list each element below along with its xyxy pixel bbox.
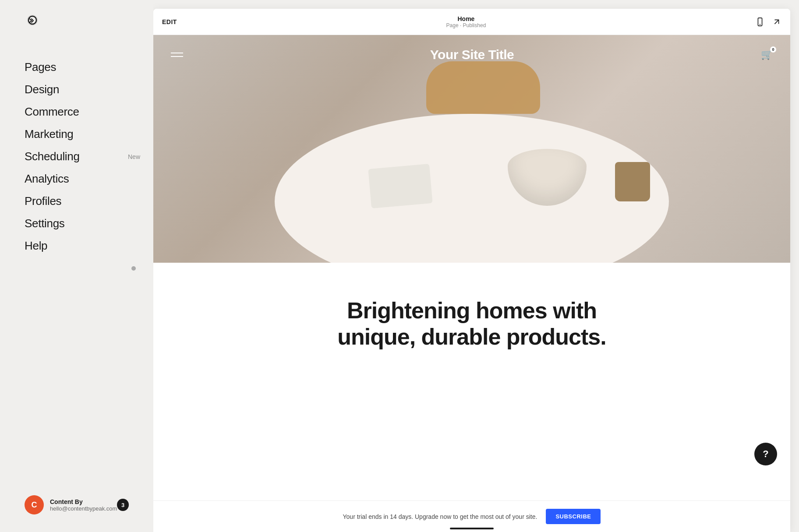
help-button[interactable]: ?	[754, 443, 777, 465]
hero-section: Your Site Title 🛒 0	[153, 35, 790, 263]
user-email: hello@contentbypeak.com	[50, 505, 117, 512]
sidebar-item-settings[interactable]: Settings	[25, 212, 153, 235]
scroll-indicator	[131, 266, 136, 271]
hamburger-line	[171, 56, 183, 57]
sidebar-item-label: Profiles	[25, 194, 61, 208]
site-nav: Your Site Title 🛒 0	[153, 35, 790, 74]
sidebar: Pages Design Commerce Marketing Scheduli…	[0, 0, 153, 532]
content-headline: Brightening homes with unique, durable p…	[318, 298, 625, 350]
sidebar-footer: C Content By hello@contentbypeak.com 3	[0, 486, 153, 532]
app-logo[interactable]	[0, 0, 153, 47]
sidebar-item-label: Commerce	[25, 105, 79, 119]
page-title: Home	[446, 15, 486, 22]
sidebar-item-label: Design	[25, 83, 59, 96]
sidebar-item-label: Pages	[25, 60, 56, 74]
sidebar-item-pages[interactable]: Pages	[25, 56, 153, 78]
cup-illustration	[615, 162, 650, 201]
main-content: EDIT Home Page · Published	[153, 0, 799, 532]
site-title: Your Site Title	[430, 47, 514, 62]
hamburger-menu[interactable]	[171, 53, 183, 57]
trial-message: Your trial ends in 14 days. Upgrade now …	[343, 513, 537, 520]
sidebar-item-commerce[interactable]: Commerce	[25, 101, 153, 123]
sidebar-item-label: Settings	[25, 217, 65, 230]
sidebar-item-analytics[interactable]: Analytics	[25, 168, 153, 190]
sidebar-item-label: Marketing	[25, 127, 73, 141]
new-badge: New	[128, 153, 140, 160]
page-info: Home Page · Published	[446, 15, 486, 28]
user-details: Content By hello@contentbypeak.com	[50, 498, 117, 512]
cart-count: 0	[770, 46, 776, 53]
sidebar-item-label: Analytics	[25, 172, 69, 186]
notification-badge[interactable]: 3	[117, 499, 129, 511]
table-illustration	[275, 114, 669, 263]
trial-bar: Your trial ends in 14 days. Upgrade now …	[153, 500, 790, 532]
sidebar-item-label: Help	[25, 239, 47, 253]
user-name: Content By	[50, 498, 117, 505]
headline-line1: Brightening homes with	[347, 298, 597, 323]
sidebar-item-profiles[interactable]: Profiles	[25, 190, 153, 212]
cart-icon[interactable]: 🛒 0	[761, 49, 773, 60]
sidebar-item-design[interactable]: Design	[25, 78, 153, 101]
preview-window: EDIT Home Page · Published	[153, 9, 790, 532]
subscribe-button[interactable]: SUBSCRIBE	[546, 509, 601, 524]
topbar-actions	[755, 17, 781, 27]
external-link-button[interactable]	[772, 17, 781, 27]
sidebar-item-marketing[interactable]: Marketing	[25, 123, 153, 145]
page-status: Page · Published	[446, 22, 486, 28]
edit-button[interactable]: EDIT	[162, 18, 177, 25]
avatar: C	[25, 495, 44, 514]
preview-topbar: EDIT Home Page · Published	[153, 9, 790, 35]
mobile-preview-button[interactable]	[755, 17, 765, 27]
cloth-illustration	[368, 164, 433, 208]
main-nav: Pages Design Commerce Marketing Scheduli…	[0, 47, 153, 486]
bottom-indicator	[450, 528, 494, 529]
hamburger-line	[171, 53, 183, 53]
svg-line-2	[774, 20, 778, 24]
user-info[interactable]: C Content By hello@contentbypeak.com	[25, 495, 117, 514]
sidebar-item-label: Scheduling	[25, 150, 80, 163]
content-section: Brightening homes with unique, durable p…	[153, 263, 790, 385]
website-preview[interactable]: Your Site Title 🛒 0 Brightening homes wi…	[153, 35, 790, 500]
sidebar-item-help[interactable]: Help	[25, 235, 153, 257]
sidebar-item-scheduling[interactable]: Scheduling New	[25, 145, 153, 168]
headline-line2: unique, durable products.	[337, 324, 606, 349]
